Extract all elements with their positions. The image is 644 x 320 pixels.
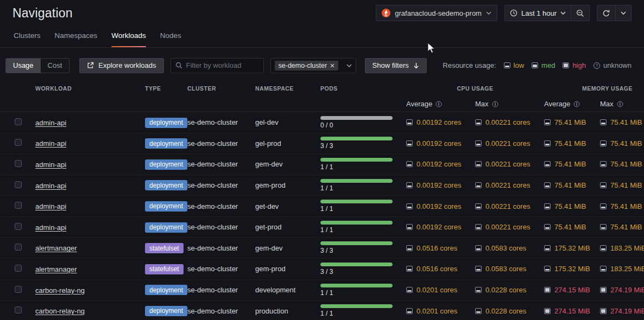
table-row[interactable]: admin-api deployment se-demo-cluster gel… [0,133,644,155]
type-cell: deployment [145,201,187,212]
row-checkbox[interactable] [15,118,22,125]
toggle-usage[interactable]: Usage [6,59,41,73]
info-icon[interactable] [573,101,580,107]
cpu-max-cell: 0.00221 cores [475,118,544,126]
type-badge: deployment [145,222,187,233]
cpu-max-cell: 0.0228 cores [475,286,544,294]
workload-link[interactable]: admin-api [35,119,66,127]
row-checkbox[interactable] [15,286,22,293]
usage-level-icon [600,245,607,251]
datasource-picker[interactable]: grafanacloud-sedemo-prom [376,5,497,21]
info-icon[interactable] [435,101,442,107]
tab-namespaces[interactable]: Namespaces [55,31,98,48]
namespace-cell: gem-prod [255,181,320,189]
explore-workloads-button[interactable]: Explore workloads [79,58,163,73]
row-checkbox[interactable] [15,160,22,167]
type-badge: statefulset [145,264,184,274]
legend-item-high: high [563,61,586,69]
col-workload[interactable]: WORKLOAD [35,85,145,92]
col-mem-max[interactable]: Max [600,100,644,108]
workload-link[interactable]: admin-api [35,202,66,210]
info-icon[interactable] [617,101,623,107]
checkbox-cell [5,201,35,211]
col-namespace[interactable]: NAMESPACE [255,85,320,92]
memory-average-cell: 75.41 MiB [544,139,600,148]
col-cluster[interactable]: CLUSTER [187,85,255,92]
kubernetes-navigation-page: Navigation grafanacloud-sedemo-prom Last… [0,0,644,320]
time-range-label: Last 1 hour [521,9,557,17]
refresh-control [597,5,632,21]
cluster-cell: se-demo-cluster [187,307,255,315]
type-badge: statefulset [145,243,184,253]
workload-link[interactable]: alertmanager [35,244,77,252]
table-row[interactable]: carbon-relay-ng deployment se-demo-clust… [0,300,644,320]
usage-level-icon [544,140,551,146]
resource-usage-legend: Resource usage: low med high ? unknown [443,61,632,69]
workload-link[interactable]: admin-api [35,139,66,148]
col-cpu-average[interactable]: Average [406,100,475,108]
pods-bar [320,116,393,120]
row-checkbox[interactable] [15,202,22,209]
usage-level-icon [600,287,607,293]
top-controls: grafanacloud-sedemo-prom Last 1 hour [376,5,632,21]
col-type[interactable]: TYPE [145,85,187,92]
info-icon[interactable] [492,101,498,107]
cluster-multiselect[interactable]: se-demo-cluster [270,58,356,73]
memory-max-cell: 75.41 MiB [600,223,644,231]
table-row[interactable]: admin-api deployment se-demo-cluster gel… [0,112,644,133]
table-row[interactable]: alertmanager statefulset se-demo-cluster… [0,259,644,280]
close-icon[interactable] [330,63,334,68]
cpu-average-cell: 0.0201 cores [406,286,475,294]
tab-clusters[interactable]: Clusters [14,31,41,48]
time-range-button[interactable]: Last 1 hour [505,5,571,21]
table-group-header: WORKLOAD TYPE CLUSTER NAMESPACE PODS CPU… [0,81,644,96]
cpu-average-cell: 0.0516 cores [406,265,475,273]
legend-item-med: med [532,61,555,69]
namespace-cell: gem-prod [255,265,320,273]
toggle-cost[interactable]: Cost [41,59,70,73]
explore-workloads-label: Explore workloads [98,61,156,69]
pods-cell: 1 / 1 [320,158,406,171]
refresh-interval-dropdown[interactable] [615,5,631,21]
workload-link[interactable]: admin-api [35,223,66,232]
workload-link[interactable]: admin-api [35,161,66,169]
row-checkbox[interactable] [15,181,22,188]
table-row[interactable]: alertmanager statefulset se-demo-cluster… [0,238,644,259]
usage-level-icon [406,161,413,167]
table-row[interactable]: admin-api deployment se-demo-cluster get… [0,217,644,238]
row-checkbox[interactable] [15,223,22,230]
workload-link[interactable]: carbon-relay-ng [35,286,85,295]
usage-cost-toggle: Usage Cost [5,58,70,73]
usage-level-icon [406,308,413,314]
row-checkbox[interactable] [15,306,22,313]
tab-nodes[interactable]: Nodes [160,31,181,48]
type-cell: deployment [145,222,187,233]
row-checkbox[interactable] [15,244,22,251]
workload-filter-input[interactable]: Filter by workload [171,58,264,73]
col-cpu-max[interactable]: Max [475,100,544,108]
table-row[interactable]: admin-api deployment se-demo-cluster gem… [0,154,644,175]
memory-average-cell: 175.32 MiB [544,244,600,252]
tab-workloads[interactable]: Workloads [111,31,146,48]
cpu-average-cell: 0.0201 cores [406,307,475,315]
usage-level-icon [406,140,413,146]
refresh-button[interactable] [597,5,615,21]
workloads-table: WORKLOAD TYPE CLUSTER NAMESPACE PODS CPU… [0,81,644,320]
workload-link[interactable]: carbon-relay-ng [35,307,85,315]
col-mem-average[interactable]: Average [544,100,600,108]
table-row[interactable]: carbon-relay-ng deployment se-demo-clust… [0,280,644,301]
row-checkbox[interactable] [15,265,22,272]
show-filters-button[interactable]: Show filters [365,58,427,73]
table-row[interactable]: admin-api deployment se-demo-cluster gem… [0,175,644,196]
table-row[interactable]: admin-api deployment se-demo-cluster get… [0,196,644,217]
workload-link[interactable]: admin-api [35,182,66,190]
workload-link[interactable]: alertmanager [35,265,77,273]
usage-high-icon [563,62,569,68]
usage-level-icon [475,245,482,251]
col-pods[interactable]: PODS [320,85,406,92]
zoom-out-time-button[interactable] [571,5,589,21]
row-checkbox[interactable] [15,139,22,146]
usage-level-icon [406,182,413,188]
time-picker: Last 1 hour [504,5,590,21]
usage-level-icon [600,224,607,230]
